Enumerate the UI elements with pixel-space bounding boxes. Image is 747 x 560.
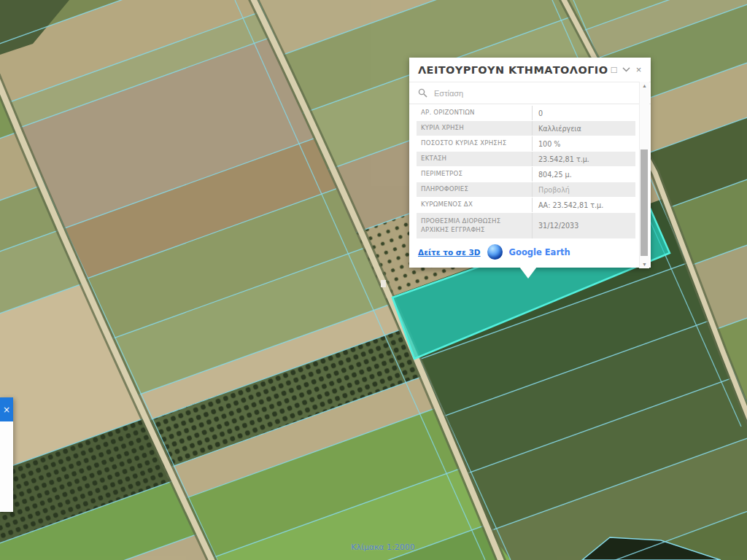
- google-earth-label[interactable]: Google Earth: [509, 247, 570, 257]
- google-earth-logo-icon[interactable]: [487, 244, 503, 260]
- popup-title: ΛΕΙΤΟΥΡΓΟΥΝ ΚΤΗΜΑΤΟΛΟΓΙΟ: [418, 64, 608, 76]
- attr-label: ΚΥΡΩΜΕΝΟΣ ΔΧ: [417, 198, 532, 211]
- table-row: ΠΡΟΘΕΣΜΙΑ ΔΙΟΡΘΩΣΗΣ ΑΡΧΙΚΗΣ ΕΓΓΡΑΦΗΣ 31/…: [417, 213, 635, 239]
- close-button[interactable]: ×: [632, 61, 645, 79]
- collapse-button[interactable]: [620, 61, 632, 79]
- attr-value: 31/12/2033: [532, 213, 635, 238]
- attr-label: ΠΟΣΟΣΤΟ ΚΥΡΙΑΣ ΧΡΗΣΗΣ: [417, 137, 532, 150]
- info-view-link[interactable]: Προβολή: [532, 182, 635, 197]
- left-panel-close-button[interactable]: ×: [0, 397, 13, 421]
- popup-pointer: [519, 267, 537, 279]
- close-icon: ×: [636, 64, 642, 75]
- table-row: ΑΡ. ΟΡΙΖΟΝΤΙΩΝ 0: [417, 106, 635, 121]
- chevron-down-icon: [622, 67, 630, 72]
- view-3d-link[interactable]: Δείτε το σε 3D: [418, 248, 481, 257]
- scrollbar-down-button[interactable]: ▼: [640, 262, 649, 267]
- vehicle-on-road: [381, 280, 386, 287]
- attr-value: 0: [532, 106, 635, 120]
- attr-value: 804,25 μ.: [532, 167, 635, 182]
- maximize-button[interactable]: □: [608, 61, 620, 79]
- attr-label: ΠΕΡΙΜΕΤΡΟΣ: [417, 168, 532, 181]
- attr-value: 23.542,81 τ.μ.: [532, 152, 635, 166]
- search-icon: [418, 88, 427, 98]
- popup-scrollbar[interactable]: ▲ ▼: [639, 82, 649, 268]
- search-row: [409, 82, 651, 104]
- attr-label: ΑΡ. ΟΡΙΖΟΝΤΙΩΝ: [417, 106, 532, 120]
- attr-value: Καλλιέργεια: [532, 121, 635, 136]
- popup-titlebar: ΛΕΙΤΟΥΡΓΟΥΝ ΚΤΗΜΑΤΟΛΟΓΙΟ □ ×: [409, 58, 651, 82]
- info-popup: ΛΕΙΤΟΥΡΓΟΥΝ ΚΤΗΜΑΤΟΛΟΓΙΟ □ × ΑΡ. ΟΡΙΖΟΝΤ…: [409, 58, 651, 268]
- search-input[interactable]: [433, 88, 642, 98]
- scrollbar-up-button[interactable]: ▲: [640, 83, 649, 88]
- table-row: ΚΥΡΩΜΕΝΟΣ ΔΧ ΑΑ: 23.542,81 τ.μ.: [417, 198, 635, 213]
- attr-label: ΠΛΗΡΟΦΟΡΙΕΣ: [417, 183, 532, 196]
- attribute-table: ΑΡ. ΟΡΙΖΟΝΤΙΩΝ 0 ΚΥΡΙΑ ΧΡΗΣΗ Καλλιέργεια…: [409, 104, 651, 238]
- scrollbar-thumb[interactable]: [640, 149, 648, 256]
- table-row: ΠΕΡΙΜΕΤΡΟΣ 804,25 μ.: [417, 167, 635, 182]
- table-row: ΠΛΗΡΟΦΟΡΙΕΣ Προβολή: [417, 182, 635, 198]
- left-panel-body: [0, 421, 13, 512]
- maximize-icon: □: [611, 64, 617, 75]
- attr-label: ΕΚΤΑΣΗ: [417, 152, 532, 166]
- scale-label: Κλίμακα 1:2000: [321, 542, 445, 552]
- close-icon: ×: [3, 405, 10, 415]
- table-row: ΠΟΣΟΣΤΟ ΚΥΡΙΑΣ ΧΡΗΣΗΣ 100 %: [417, 136, 635, 152]
- attr-value: 100 %: [532, 136, 635, 151]
- attr-value: ΑΑ: 23.542,81 τ.μ.: [532, 198, 635, 212]
- left-panel: ×: [0, 397, 13, 512]
- attr-label: ΠΡΟΘΕΣΜΙΑ ΔΙΟΡΘΩΣΗΣ ΑΡΧΙΚΗΣ ΕΓΓΡΑΦΗΣ: [417, 215, 532, 236]
- attr-label: ΚΥΡΙΑ ΧΡΗΣΗ: [417, 122, 532, 135]
- popup-footer: Δείτε το σε 3D Google Earth: [409, 238, 651, 260]
- table-row: ΕΚΤΑΣΗ 23.542,81 τ.μ.: [417, 152, 635, 167]
- table-row: ΚΥΡΙΑ ΧΡΗΣΗ Καλλιέργεια: [417, 121, 635, 136]
